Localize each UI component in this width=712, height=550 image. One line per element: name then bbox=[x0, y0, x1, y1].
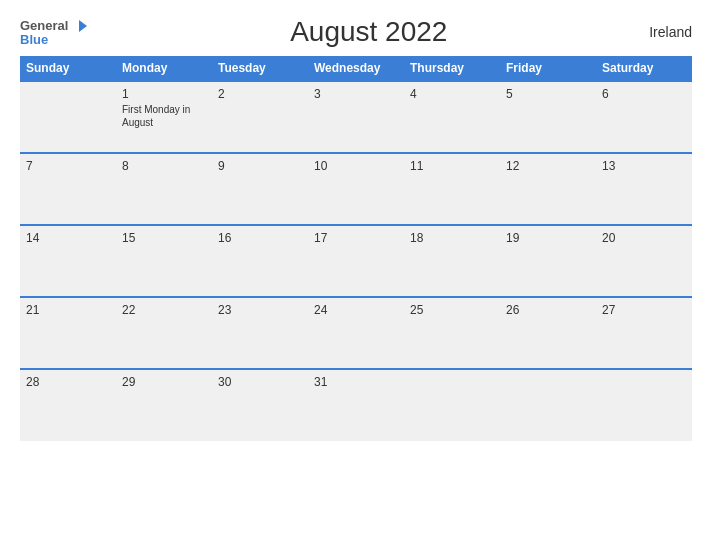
day-number: 29 bbox=[122, 375, 206, 389]
day-number: 21 bbox=[26, 303, 110, 317]
calendar-week-row: 14151617181920 bbox=[20, 225, 692, 297]
svg-marker-0 bbox=[79, 20, 87, 32]
calendar-cell: 1First Monday in August bbox=[116, 81, 212, 153]
calendar-header: General Blue August 2022 Ireland bbox=[20, 16, 692, 48]
day-number: 16 bbox=[218, 231, 302, 245]
day-number: 20 bbox=[602, 231, 686, 245]
calendar-cell: 13 bbox=[596, 153, 692, 225]
calendar-cell: 27 bbox=[596, 297, 692, 369]
day-number: 8 bbox=[122, 159, 206, 173]
day-number: 15 bbox=[122, 231, 206, 245]
day-number: 1 bbox=[122, 87, 206, 101]
calendar-cell: 15 bbox=[116, 225, 212, 297]
day-number: 22 bbox=[122, 303, 206, 317]
calendar-page: General Blue August 2022 Ireland Sunday … bbox=[0, 0, 712, 550]
day-number: 2 bbox=[218, 87, 302, 101]
col-monday: Monday bbox=[116, 56, 212, 81]
logo: General Blue bbox=[20, 19, 88, 46]
calendar-cell: 22 bbox=[116, 297, 212, 369]
day-number: 24 bbox=[314, 303, 398, 317]
calendar-cell: 12 bbox=[500, 153, 596, 225]
calendar-cell: 31 bbox=[308, 369, 404, 441]
calendar-cell: 8 bbox=[116, 153, 212, 225]
col-saturday: Saturday bbox=[596, 56, 692, 81]
col-wednesday: Wednesday bbox=[308, 56, 404, 81]
day-number: 17 bbox=[314, 231, 398, 245]
day-number: 11 bbox=[410, 159, 494, 173]
calendar-cell: 10 bbox=[308, 153, 404, 225]
calendar-week-row: 78910111213 bbox=[20, 153, 692, 225]
calendar-cell: 6 bbox=[596, 81, 692, 153]
col-friday: Friday bbox=[500, 56, 596, 81]
day-number: 27 bbox=[602, 303, 686, 317]
logo-flag-icon bbox=[70, 19, 88, 33]
calendar-cell: 20 bbox=[596, 225, 692, 297]
page-title: August 2022 bbox=[88, 16, 649, 48]
calendar-cell: 25 bbox=[404, 297, 500, 369]
day-number: 5 bbox=[506, 87, 590, 101]
calendar-cell: 5 bbox=[500, 81, 596, 153]
calendar-cell: 28 bbox=[20, 369, 116, 441]
calendar-cell: 11 bbox=[404, 153, 500, 225]
calendar-cell: 16 bbox=[212, 225, 308, 297]
calendar-cell: 19 bbox=[500, 225, 596, 297]
day-number: 10 bbox=[314, 159, 398, 173]
day-number: 19 bbox=[506, 231, 590, 245]
calendar-cell bbox=[404, 369, 500, 441]
day-number: 26 bbox=[506, 303, 590, 317]
event-label: First Monday in August bbox=[122, 103, 206, 129]
calendar-cell: 14 bbox=[20, 225, 116, 297]
day-number: 14 bbox=[26, 231, 110, 245]
day-number: 4 bbox=[410, 87, 494, 101]
day-number: 9 bbox=[218, 159, 302, 173]
day-number: 18 bbox=[410, 231, 494, 245]
calendar-cell: 30 bbox=[212, 369, 308, 441]
calendar-cell bbox=[500, 369, 596, 441]
logo-general-text: General bbox=[20, 19, 68, 32]
day-number: 25 bbox=[410, 303, 494, 317]
calendar-cell: 18 bbox=[404, 225, 500, 297]
day-number: 12 bbox=[506, 159, 590, 173]
logo-blue-text: Blue bbox=[20, 33, 48, 46]
calendar-cell: 4 bbox=[404, 81, 500, 153]
calendar-table: Sunday Monday Tuesday Wednesday Thursday… bbox=[20, 56, 692, 441]
calendar-cell: 21 bbox=[20, 297, 116, 369]
day-number: 31 bbox=[314, 375, 398, 389]
country-label: Ireland bbox=[649, 24, 692, 40]
day-number: 30 bbox=[218, 375, 302, 389]
col-tuesday: Tuesday bbox=[212, 56, 308, 81]
calendar-cell: 29 bbox=[116, 369, 212, 441]
col-thursday: Thursday bbox=[404, 56, 500, 81]
calendar-cell: 2 bbox=[212, 81, 308, 153]
calendar-week-row: 1First Monday in August23456 bbox=[20, 81, 692, 153]
calendar-cell: 23 bbox=[212, 297, 308, 369]
weekday-header-row: Sunday Monday Tuesday Wednesday Thursday… bbox=[20, 56, 692, 81]
calendar-week-row: 28293031 bbox=[20, 369, 692, 441]
day-number: 7 bbox=[26, 159, 110, 173]
col-sunday: Sunday bbox=[20, 56, 116, 81]
calendar-cell: 7 bbox=[20, 153, 116, 225]
calendar-cell bbox=[596, 369, 692, 441]
calendar-cell: 3 bbox=[308, 81, 404, 153]
calendar-cell: 26 bbox=[500, 297, 596, 369]
day-number: 3 bbox=[314, 87, 398, 101]
day-number: 23 bbox=[218, 303, 302, 317]
calendar-cell bbox=[20, 81, 116, 153]
calendar-cell: 17 bbox=[308, 225, 404, 297]
day-number: 28 bbox=[26, 375, 110, 389]
calendar-cell: 24 bbox=[308, 297, 404, 369]
day-number: 13 bbox=[602, 159, 686, 173]
calendar-cell: 9 bbox=[212, 153, 308, 225]
calendar-week-row: 21222324252627 bbox=[20, 297, 692, 369]
day-number: 6 bbox=[602, 87, 686, 101]
